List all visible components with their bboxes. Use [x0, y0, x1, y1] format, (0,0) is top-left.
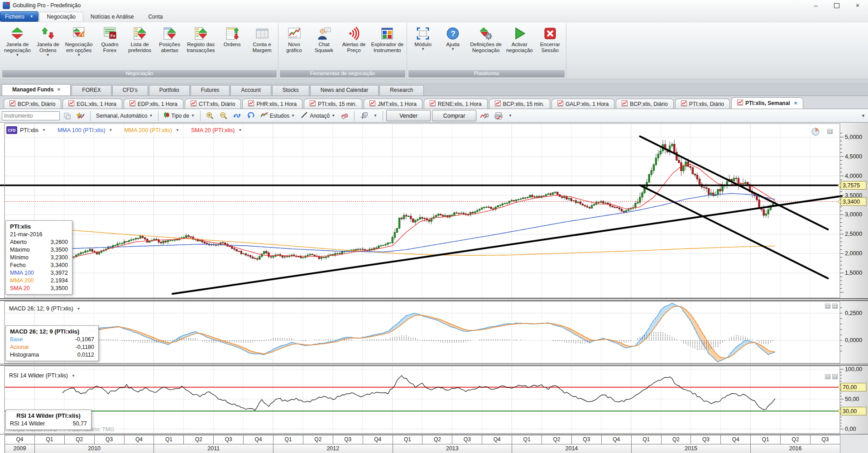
file-menu-button[interactable]: Ficheiro▼	[0, 11, 38, 22]
legend-ma200[interactable]: MMA 200 (PTI:xlis)	[124, 127, 172, 134]
workspace-tab-cfd-s[interactable]: CFD's	[112, 85, 148, 95]
ribbon-button-negocia-o-em-op-es[interactable]: O Negociação em opções ▼	[63, 24, 95, 57]
sell-button[interactable]: Vender	[386, 110, 431, 121]
chart-type-dropdown[interactable]: Tipo de▼	[162, 110, 197, 121]
buy-button[interactable]: Comprar	[432, 110, 476, 121]
eraser-button[interactable]	[339, 110, 351, 121]
doc-tab-12[interactable]: PTI:xlis, Semanal×	[731, 97, 803, 109]
doc-tab-7[interactable]: RENE:xlis, 1 Hora	[424, 99, 488, 109]
menu-tab-conta[interactable]: Conta	[141, 12, 170, 22]
quarter-cell[interactable]: Q2	[422, 435, 452, 444]
legend-sma20[interactable]: SMA 20 (PTI:xlis)	[191, 127, 235, 134]
workspace-tab-forex[interactable]: FOREX	[72, 85, 111, 95]
crosshair-button[interactable]: i	[358, 110, 370, 121]
workspace-tab-portfolio[interactable]: Portfolio	[149, 85, 190, 95]
workspace-tab-stocks[interactable]: Stocks	[272, 85, 309, 95]
workspace-tab-research[interactable]: Research	[379, 85, 423, 95]
quarter-cell[interactable]: Q4	[244, 435, 273, 444]
ribbon-button-registo-das-transac-es[interactable]: Registo das transacções	[185, 24, 217, 53]
quarter-cell[interactable]: Q2	[65, 435, 95, 444]
close-button[interactable]: ×	[847, 0, 868, 11]
maximize-button[interactable]	[826, 0, 847, 11]
quarter-cell[interactable]: Q3	[572, 435, 602, 444]
doc-tab-11[interactable]: PTI:xlis, Diário	[675, 99, 730, 109]
macd-panel-close-icon[interactable]	[832, 304, 838, 309]
year-cell[interactable]: 2013	[393, 444, 513, 453]
quarter-cell[interactable]: Q3	[95, 435, 125, 444]
legend-rsi[interactable]: RSI 14 Wilder (PTI:xlis)	[9, 372, 68, 379]
legend-macd[interactable]: MACD 26; 12; 9 (PTI:xlis)	[9, 305, 73, 312]
quarter-cell[interactable]: Q2	[781, 435, 810, 444]
quarter-cell[interactable]: Q4	[721, 435, 751, 444]
favorite-chart-button[interactable]	[74, 110, 87, 121]
quarter-cell[interactable]: Q4	[125, 435, 154, 444]
doc-tab-6[interactable]: JMT:xlis, 1 Hora	[364, 99, 422, 109]
quarter-cell[interactable]: Q3	[810, 435, 840, 444]
period-dropdown[interactable]: Semanal, Automático▼	[94, 110, 155, 121]
quarter-cell[interactable]: Q4	[602, 435, 632, 444]
print-button[interactable]	[492, 110, 505, 121]
price-panel-restore-icon[interactable]	[827, 129, 833, 134]
studies-dropdown[interactable]: Estudos▼	[258, 110, 297, 121]
quarter-cell[interactable]: Q2	[542, 435, 572, 444]
chart-canvas[interactable]: 5,00004,50004,00003,50003,00002,50002,00…	[0, 123, 868, 453]
chart-settings-button[interactable]	[478, 110, 491, 121]
quarter-cell[interactable]: Q4	[5, 435, 35, 444]
quarter-cell[interactable]: Q2	[303, 435, 333, 444]
ribbon-button-janela-de-negocia-o[interactable]: Janela de negociação ▼	[2, 24, 33, 57]
minimize-button[interactable]: –	[806, 0, 826, 11]
year-cell[interactable]: 2014	[512, 444, 632, 453]
ribbon-button-quadro-forex[interactable]: Fx Quadro Forex	[95, 24, 125, 53]
quarter-cell[interactable]: Q1	[154, 435, 184, 444]
doc-tab-10[interactable]: BCP:xlis, Diário	[616, 99, 673, 109]
year-cell[interactable]: 2009	[5, 444, 35, 453]
workspace-tab-managed-funds[interactable]: Managed Funds×	[2, 84, 71, 95]
quarter-cell[interactable]: Q1	[512, 435, 542, 444]
quarter-cell[interactable]: Q1	[751, 435, 781, 444]
ribbon-button-conta-e-margem[interactable]: Conta e Margem	[247, 24, 277, 53]
ribbon-button-explorador-de-instrumento[interactable]: Explorador de Instrumento	[369, 24, 406, 53]
doc-tab-3[interactable]: CTT:xlis, Diário	[185, 99, 241, 109]
year-cell[interactable]: 2011	[154, 444, 273, 453]
doc-tab-1[interactable]: EGL:xlis, 1 Hora	[62, 99, 122, 109]
layers-button[interactable]	[61, 110, 73, 121]
quarter-cell[interactable]: Q2	[662, 435, 691, 444]
quarter-cell[interactable]: Q3	[691, 435, 721, 444]
legend-instrument[interactable]: PTI:xlis	[20, 127, 38, 134]
quarter-cell[interactable]: Q1	[632, 435, 662, 444]
quarter-cell[interactable]: Q1	[273, 435, 303, 444]
undo-button[interactable]	[245, 110, 257, 121]
zoom-out-button[interactable]	[217, 110, 230, 121]
quarter-cell[interactable]: Q4	[363, 435, 393, 444]
ribbon-button-posi-es-abertas[interactable]: Posições abertas	[155, 24, 185, 53]
doc-tab-0[interactable]: BCP:xlis, Diário	[4, 99, 61, 109]
ribbon-button-encerrar-sess-o[interactable]: Encerrar Sessão	[535, 24, 565, 53]
quarter-cell[interactable]: Q3	[333, 435, 363, 444]
workspace-tab-futures[interactable]: Futures	[191, 85, 230, 95]
doc-tab-5[interactable]: PTI:xlis, 15 min.	[304, 99, 362, 109]
print-dropdown[interactable]: ▼	[506, 110, 514, 121]
ribbon-button-alertas-de-pre-o[interactable]: Alertas de Preço	[339, 24, 369, 53]
ribbon-button-m-dulo[interactable]: Módulo ▼	[408, 24, 438, 51]
quarter-cell[interactable]: Q4	[482, 435, 512, 444]
rsi-panel-close-icon[interactable]	[832, 374, 838, 379]
quarter-cell[interactable]: Q2	[184, 435, 214, 444]
legend-ma100[interactable]: MMA 100 (PTI:xlis)	[58, 127, 106, 134]
year-cell[interactable]: 2016	[751, 444, 840, 453]
close-icon[interactable]: ×	[57, 86, 60, 93]
crosshair-dropdown[interactable]: ▼	[371, 110, 379, 121]
doc-tab-4[interactable]: PHR:xlis, 1 Hora	[242, 99, 302, 109]
menu-tab-negocia-o[interactable]: Negociação	[39, 12, 83, 22]
quarter-cell[interactable]: Q3	[452, 435, 482, 444]
workspace-tab-account[interactable]: Account	[230, 85, 271, 95]
year-cell[interactable]: 2012	[273, 444, 393, 453]
pan-button[interactable]	[231, 110, 243, 121]
quarter-cell[interactable]: Q1	[35, 435, 65, 444]
ribbon-button-activar-negocia-o[interactable]: Activar negociação	[504, 24, 535, 53]
doc-tab-8[interactable]: BCP:xlis, 15 min.	[489, 99, 550, 109]
rsi-panel-restore-icon[interactable]	[825, 374, 830, 379]
doc-tab-9[interactable]: GALP:xlis, 1 Hora	[551, 99, 614, 109]
ribbon-button-janela-de-ordens[interactable]: Janela de Ordens ▼	[33, 24, 63, 57]
ribbon-button-defini-es-de-negocia-o[interactable]: Definições de Negociação	[468, 24, 504, 53]
close-icon[interactable]: ×	[794, 100, 797, 106]
